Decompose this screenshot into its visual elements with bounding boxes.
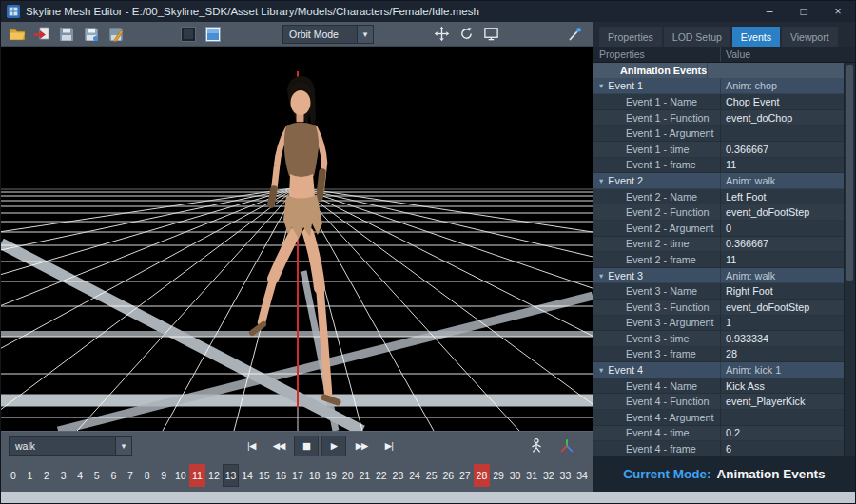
timeline-frame-32[interactable]: 32 [540, 464, 557, 487]
property-row[interactable]: Event 4 - Argument [593, 410, 844, 426]
export-button[interactable] [106, 24, 126, 45]
timeline-frame-5[interactable]: 5 [88, 464, 106, 487]
collapse-chevron-icon[interactable]: ▾ [599, 365, 603, 375]
open-file-button[interactable] [7, 24, 28, 45]
timeline-frame-22[interactable]: 22 [373, 464, 390, 487]
tab-viewport[interactable]: Viewport [782, 27, 838, 47]
property-row[interactable]: Event 1 - Functionevent_doChop [593, 110, 844, 126]
timeline-frame-20[interactable]: 20 [340, 464, 357, 487]
event-row[interactable]: ▾Event 1Anim: chop [593, 79, 844, 95]
timeline-frame-33[interactable]: 33 [557, 464, 574, 487]
timeline-frame-9[interactable]: 9 [155, 464, 172, 487]
property-row[interactable]: Event 3 - frame28 [593, 347, 844, 363]
save-button[interactable] [56, 24, 77, 45]
chevron-down-icon[interactable]: ▾ [357, 26, 373, 43]
category-row-animation-events[interactable]: Animation Events [593, 63, 844, 79]
import-mesh-button[interactable] [31, 24, 52, 45]
property-row[interactable]: Event 1 - Argument [593, 126, 844, 142]
property-row[interactable]: Event 2 - Argument0 [593, 221, 844, 237]
fast-forward-button[interactable]: ▶▶ [349, 436, 374, 456]
collapse-chevron-icon[interactable]: ▾ [599, 81, 603, 90]
property-row[interactable]: Event 3 - time0.933334 [593, 331, 844, 347]
collapse-chevron-icon[interactable]: ▾ [599, 271, 603, 281]
background-color-button[interactable] [203, 24, 224, 45]
timeline-frame-26[interactable]: 26 [439, 464, 457, 487]
timeline-frame-1[interactable]: 1 [22, 464, 39, 487]
property-row[interactable]: Event 3 - Argument1 [593, 316, 844, 332]
save-as-button[interactable] [81, 24, 102, 45]
timeline-frame-14[interactable]: 14 [239, 464, 256, 487]
timeline-frame-27[interactable]: 27 [457, 464, 474, 487]
tab-events[interactable]: Events [732, 27, 780, 47]
timeline-frame-25[interactable]: 25 [423, 464, 440, 487]
shaded-view-button[interactable] [178, 24, 199, 45]
property-row[interactable]: Event 4 - NameKick Ass [593, 378, 844, 395]
property-row[interactable]: Event 4 - frame6 [593, 441, 844, 456]
timeline-frame-31[interactable]: 31 [523, 464, 540, 487]
property-row[interactable]: Event 2 - NameLeft Foot [593, 189, 844, 205]
timeline-frame-28[interactable]: 28 [474, 464, 491, 487]
property-row[interactable]: Event 2 - frame11 [593, 252, 844, 268]
maximize-button[interactable]: □ [787, 1, 821, 22]
timeline-frame-17[interactable]: 17 [289, 464, 306, 487]
timeline-frame-23[interactable]: 23 [390, 464, 407, 487]
property-row[interactable]: Event 1 - frame11 [593, 158, 844, 174]
timeline-frame-13[interactable]: 13 [223, 464, 240, 487]
event-row[interactable]: ▾Event 4Anim: kick 1 [593, 362, 844, 378]
timeline-frame-3[interactable]: 3 [55, 464, 72, 487]
axis-gizmo-button[interactable] [556, 436, 577, 456]
chevron-down-icon[interactable]: ▾ [115, 437, 131, 455]
timeline-frame-8[interactable]: 8 [139, 464, 156, 487]
viewport-3d[interactable] [1, 47, 593, 431]
timeline-frame-30[interactable]: 30 [507, 464, 524, 487]
property-row[interactable]: Event 4 - Functionevent_PlayerKick [593, 394, 844, 410]
timeline-frame-34[interactable]: 34 [574, 464, 591, 487]
play-button[interactable]: ▶ [321, 436, 346, 456]
move-tool-button[interactable] [431, 24, 452, 45]
pin-tool-button[interactable] [564, 24, 585, 45]
event-row[interactable]: ▾Event 3Anim: walk [593, 268, 844, 284]
property-row[interactable]: Event 4 - time0.2 [593, 426, 844, 442]
camera-mode-select[interactable]: Orbit Mode ▾ [282, 25, 374, 44]
timeline-frame-24[interactable]: 24 [406, 464, 423, 487]
collapse-chevron-icon[interactable]: ▾ [599, 176, 603, 185]
timeline-frame-16[interactable]: 16 [273, 464, 290, 487]
property-row[interactable]: Event 2 - time0.366667 [593, 237, 844, 253]
close-button[interactable]: × [821, 1, 855, 22]
property-row[interactable]: Event 3 - Functionevent_doFootStep [593, 300, 844, 316]
stop-button[interactable]: ■ [294, 436, 319, 456]
rewind-button[interactable]: ◀◀ [266, 436, 291, 456]
skip-start-button[interactable]: |◀ [239, 436, 263, 456]
character-model[interactable] [252, 76, 338, 402]
timeline-frame-10[interactable]: 10 [172, 464, 189, 487]
minimize-button[interactable]: – [752, 1, 787, 22]
property-row[interactable]: Event 3 - NameRight Foot [593, 283, 844, 300]
timeline-frame-18[interactable]: 18 [306, 464, 323, 487]
rotate-tool-button[interactable] [456, 24, 477, 45]
timeline-frame-6[interactable]: 6 [106, 464, 123, 487]
timeline-frame-29[interactable]: 29 [490, 464, 507, 487]
event-row[interactable]: ▾Event 2Anim: walk [593, 173, 844, 189]
timeline-frame-15[interactable]: 15 [256, 464, 273, 487]
property-grid-body[interactable]: Animation Events▾Event 1Anim: chopEvent … [593, 63, 855, 456]
tab-lod-setup[interactable]: LOD Setup [664, 27, 730, 47]
scale-tool-button[interactable] [480, 24, 501, 45]
scrollbar-thumb[interactable] [846, 65, 853, 281]
skip-end-button[interactable]: ▶| [377, 436, 401, 456]
timeline-frame-21[interactable]: 21 [356, 464, 373, 487]
animation-select[interactable]: walk ▾ [9, 436, 132, 456]
property-row[interactable]: Event 1 - NameChop Event [593, 94, 844, 110]
tab-properties[interactable]: Properties [599, 27, 662, 47]
timeline-frame-0[interactable]: 0 [5, 464, 22, 487]
timeline-frame-7[interactable]: 7 [122, 464, 139, 487]
property-row[interactable]: Event 2 - Functionevent_doFootStep [593, 204, 844, 221]
timeline[interactable]: 0123456789101112131415161718192021222324… [1, 459, 593, 494]
timeline-frame-2[interactable]: 2 [38, 464, 55, 487]
property-row[interactable]: Event 1 - time0.366667 [593, 142, 844, 158]
timeline-frame-12[interactable]: 12 [205, 464, 223, 487]
skeleton-toggle-button[interactable] [526, 436, 547, 456]
timeline-frame-11[interactable]: 11 [189, 464, 206, 487]
scrollbar[interactable] [844, 63, 855, 456]
timeline-frame-19[interactable]: 19 [322, 464, 340, 487]
timeline-frame-4[interactable]: 4 [71, 464, 88, 487]
